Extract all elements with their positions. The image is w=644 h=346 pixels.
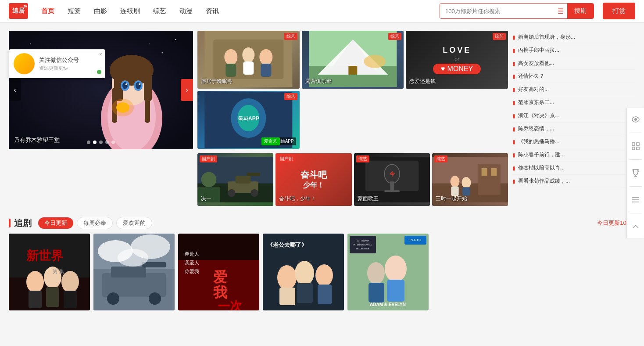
- news-item-8[interactable]: ▮ 陈乔恩恋情，...: [512, 123, 635, 136]
- nav-home[interactable]: 首页: [41, 5, 54, 17]
- search-button[interactable]: 搜剧: [567, 4, 594, 18]
- news-item-12[interactable]: ▮ 看看张苟作品成绩，...: [512, 175, 635, 188]
- nav-series[interactable]: 连续剧: [120, 5, 140, 17]
- news-text-2: 丙携手郎中马拉...: [518, 47, 559, 54]
- dot-2[interactable]: [93, 141, 97, 144]
- nav-movie[interactable]: 由影: [94, 5, 107, 17]
- news-item-1[interactable]: ▮ 婚离婚后首现身，身形...: [512, 31, 635, 44]
- dot-5[interactable]: [111, 141, 115, 144]
- drama-card-1[interactable]: 新世界 第 集: [9, 234, 90, 310]
- drama-card-2[interactable]: [93, 234, 175, 310]
- news-icon-5: ▮: [512, 86, 515, 93]
- header: 追居 tv 首页 短笼 由影 连续剧 综艺 动漫 资讯 ☰ 搜剧 打赏: [0, 0, 644, 23]
- bottom-thumb-1[interactable]: 国产剧 决一: [197, 153, 273, 206]
- news-text-6: 范冰京东杀二...: [518, 99, 554, 106]
- svg-point-62: [450, 176, 459, 187]
- tab-today-update[interactable]: 今日更新: [38, 217, 73, 229]
- banner-caption: 乃有乔木雅望王堂: [14, 136, 60, 144]
- tab-favorites[interactable]: 爱欢迎的: [116, 217, 152, 229]
- popup-close-button[interactable]: ×: [99, 51, 102, 58]
- drama-card-5[interactable]: SETTIMANA INTERNAZIONALE DELLA CRITICA P…: [347, 234, 429, 310]
- video-thumb-2[interactable]: 综艺 露营俱乐部: [302, 31, 404, 89]
- dot-1[interactable]: [87, 141, 90, 144]
- nav-news[interactable]: 资讯: [206, 5, 219, 17]
- grid-icon-sidebar[interactable]: [628, 138, 644, 154]
- main-content: 关注微信公众号 资源更新更快 ×: [0, 23, 644, 315]
- search-input[interactable]: [440, 4, 554, 18]
- svg-point-27: [242, 47, 254, 62]
- bottom-caption-3: 蒙面歌王: [358, 195, 379, 202]
- youth-drama-title: 奋斗吧: [301, 169, 327, 181]
- drama-cards-row: 新世界 第 集: [9, 234, 635, 310]
- video-grid-container: 综艺 旅居于晚眠冬: [197, 31, 508, 206]
- dot-4[interactable]: [105, 141, 109, 144]
- video-tag-4: 综艺: [284, 93, 297, 100]
- drama-card-3[interactable]: 奔赴人 我爱人 你爱我 爱 我 一次: [178, 234, 259, 310]
- video-thumb-1[interactable]: 综艺 旅居于晚眠冬: [197, 31, 300, 89]
- popup-avatar: [14, 53, 35, 74]
- news-item-6[interactable]: ▮ 范冰京东杀二...: [512, 96, 635, 109]
- nav-anime[interactable]: 动漫: [179, 5, 193, 17]
- svg-point-22: [112, 99, 134, 116]
- search-bars-icon[interactable]: ☰: [554, 7, 567, 15]
- video-thumb-4[interactable]: 독파APP 综艺 独旅APP 爱奇艺: [197, 91, 300, 149]
- drama-section-header: 追剧 今日更新 每周必奉 爱欢迎的 今日更新100部: [9, 210, 635, 234]
- list-icon-sidebar[interactable]: [628, 192, 644, 208]
- svg-point-29: [259, 49, 272, 65]
- svg-point-44: [201, 172, 217, 187]
- svg-rect-55: [384, 190, 400, 192]
- youth-drama-subtitle: 少年！: [303, 181, 324, 190]
- news-text-1: 婚离婚后首现身，身形...: [518, 33, 575, 41]
- video-thumb-3[interactable]: LOVE or ♥MONEY 综艺 恋爱还是钱: [406, 31, 508, 89]
- news-item-4[interactable]: ▮ 还情怀久？: [512, 70, 635, 83]
- banner-next-button[interactable]: ›: [181, 79, 193, 101]
- news-item-11[interactable]: ▮ 修杰楷以陪高以肖...: [512, 162, 635, 175]
- banner-prev-button[interactable]: ‹: [9, 79, 21, 101]
- donate-button[interactable]: 打赏: [603, 3, 635, 19]
- svg-point-64: [462, 177, 471, 188]
- nav-variety[interactable]: 综艺: [153, 5, 166, 17]
- svg-rect-69: [29, 291, 42, 308]
- bottom-caption-1: 决一: [201, 195, 211, 202]
- svg-text:PLUTO: PLUTO: [410, 238, 422, 242]
- news-item-3[interactable]: ▮ 高女友放看他...: [512, 57, 635, 70]
- drama-artwork-4: 《老公去哪了》: [263, 234, 344, 310]
- tab-weekly[interactable]: 每周必奉: [77, 217, 113, 229]
- svg-text:我爱人: 我爱人: [185, 260, 199, 265]
- eye-icon-sidebar[interactable]: [628, 112, 644, 127]
- chevron-up-svg: [632, 224, 639, 229]
- chevron-up-icon-sidebar[interactable]: [628, 219, 644, 234]
- svg-text:SETTIMANA: SETTIMANA: [357, 239, 369, 242]
- trophy-icon-sidebar[interactable]: [628, 165, 644, 181]
- popup-text: 关注微信公众号 资源更新更快: [39, 56, 100, 72]
- popup-title: 关注微信公众号: [39, 56, 100, 64]
- news-item-2[interactable]: ▮ 丙携手郎中马拉...: [512, 44, 635, 57]
- news-icon-1: ▮: [512, 34, 515, 40]
- bottom-thumb-4[interactable]: 综艺 三时一起开始: [432, 153, 508, 206]
- news-text-10: 陈小春子前行，建...: [518, 151, 565, 159]
- news-item-10[interactable]: ▮ 陈小春子前行，建...: [512, 148, 635, 162]
- list-svg: [632, 197, 640, 203]
- love-money-content: LOVE or ♥MONEY: [429, 31, 485, 89]
- drama-card-4[interactable]: 《老公去哪了》: [263, 234, 344, 310]
- news-icon-7: ▮: [512, 113, 515, 119]
- news-item-5[interactable]: ▮ 好友高对的...: [512, 83, 635, 96]
- main-banner[interactable]: ‹ › 乃有乔木雅望王堂: [9, 31, 193, 149]
- sidebar-divider-3: [630, 186, 642, 187]
- popup-dot: [97, 70, 101, 74]
- nav-short[interactable]: 短笼: [68, 5, 81, 17]
- news-item-7[interactable]: ▮ 浙江《对决》京...: [512, 109, 635, 123]
- dot-3[interactable]: [99, 141, 103, 144]
- logo-icon: 追居 tv: [9, 3, 28, 19]
- news-text-4: 还情怀久？: [518, 72, 544, 80]
- logo[interactable]: 追居 tv: [9, 3, 28, 19]
- svg-rect-99: [297, 283, 313, 303]
- news-item-9[interactable]: ▮ 《我的热播马播...: [512, 135, 635, 148]
- eye-svg: [632, 116, 640, 123]
- bottom-thumb-3[interactable]: 今 综艺 蒙面歌王: [354, 153, 430, 206]
- bottom-thumb-2[interactable]: 奋斗吧 少年！ 国产剧 奋斗吧，少年！: [275, 153, 351, 206]
- svg-point-112: [367, 262, 385, 284]
- drama-thumb-4: 《老公去哪了》: [263, 234, 344, 310]
- news-icon-12: ▮: [512, 178, 515, 184]
- banner-artwork: [9, 31, 193, 149]
